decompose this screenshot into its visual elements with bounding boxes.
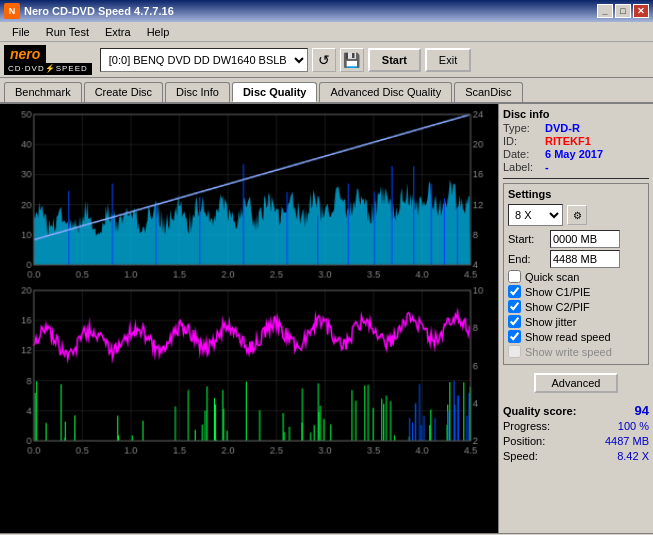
start-field-input[interactable] <box>550 230 620 248</box>
save-icon-button[interactable]: 💾 <box>340 48 364 72</box>
progress-value: 100 % <box>618 420 649 432</box>
c1pie-checkbox-row: Show C1/PIE <box>508 285 644 298</box>
quality-label: Quality score: <box>503 405 576 417</box>
start-field-row: Start: <box>508 230 644 248</box>
progress-panel: Quality score: 94 Progress: 100 % Positi… <box>503 401 649 463</box>
title-bar: N Nero CD-DVD Speed 4.7.7.16 _ □ ✕ <box>0 0 653 22</box>
jitter-checkbox[interactable] <box>508 315 521 328</box>
c2pif-checkbox[interactable] <box>508 300 521 313</box>
label-value: - <box>545 161 549 173</box>
c2pif-checkbox-row: Show C2/PIF <box>508 300 644 313</box>
read-speed-checkbox[interactable] <box>508 330 521 343</box>
id-value: RITEKF1 <box>545 135 591 147</box>
write-speed-label: Show write speed <box>525 346 612 358</box>
menu-file[interactable]: File <box>4 24 38 40</box>
speed-select[interactable]: 8 X <box>508 204 563 226</box>
disc-id-row: ID: RITEKF1 <box>503 135 649 147</box>
speed-row-prog: Speed: 8.42 X <box>503 450 649 462</box>
speed-icon-button[interactable]: ⚙ <box>567 205 587 225</box>
right-panel: Disc info Type: DVD-R ID: RITEKF1 Date: … <box>498 104 653 533</box>
disc-info-panel: Disc info Type: DVD-R ID: RITEKF1 Date: … <box>503 108 649 174</box>
read-speed-checkbox-row: Show read speed <box>508 330 644 343</box>
write-speed-checkbox-row: Show write speed <box>508 345 644 358</box>
label-label: Label: <box>503 161 541 173</box>
read-speed-label: Show read speed <box>525 331 611 343</box>
end-field-row: End: <box>508 250 644 268</box>
speed-value: 8.42 X <box>617 450 649 462</box>
jitter-label: Show jitter <box>525 316 576 328</box>
position-row: Position: 4487 MB <box>503 435 649 447</box>
exit-button[interactable]: Exit <box>425 48 471 72</box>
type-label: Type: <box>503 122 541 134</box>
end-field-label: End: <box>508 253 546 265</box>
id-label: ID: <box>503 135 541 147</box>
quality-row: Quality score: 94 <box>503 403 649 418</box>
refresh-icon-button[interactable]: ↺ <box>312 48 336 72</box>
jitter-checkbox-row: Show jitter <box>508 315 644 328</box>
menu-run-test[interactable]: Run Test <box>38 24 97 40</box>
speed-label: Speed: <box>503 450 538 462</box>
quickscan-label: Quick scan <box>525 271 579 283</box>
c1pie-label: Show C1/PIE <box>525 286 590 298</box>
start-button[interactable]: Start <box>368 48 421 72</box>
tab-disc-quality[interactable]: Disc Quality <box>232 82 318 102</box>
advanced-button[interactable]: Advanced <box>534 373 619 393</box>
start-field-label: Start: <box>508 233 546 245</box>
disc-label-row: Label: - <box>503 161 649 173</box>
tab-disc-info[interactable]: Disc Info <box>165 82 230 102</box>
close-button[interactable]: ✕ <box>633 4 649 18</box>
tab-advanced-disc-quality[interactable]: Advanced Disc Quality <box>319 82 452 102</box>
maximize-button[interactable]: □ <box>615 4 631 18</box>
disc-info-title: Disc info <box>503 108 649 120</box>
speed-row: 8 X ⚙ <box>508 204 644 226</box>
settings-title: Settings <box>508 188 644 200</box>
toolbar: nero CD·DVD⚡SPEED [0:0] BENQ DVD DD DW16… <box>0 42 653 78</box>
drive-select[interactable]: [0:0] BENQ DVD DD DW1640 BSLB <box>100 48 308 72</box>
chart-area <box>0 104 498 533</box>
disc-date-row: Date: 6 May 2017 <box>503 148 649 160</box>
c2pif-label: Show C2/PIF <box>525 301 590 313</box>
app-icon: N <box>4 3 20 19</box>
main-content: Disc info Type: DVD-R ID: RITEKF1 Date: … <box>0 104 653 533</box>
write-speed-checkbox <box>508 345 521 358</box>
position-value: 4487 MB <box>605 435 649 447</box>
quality-value: 94 <box>635 403 649 418</box>
c1pie-checkbox[interactable] <box>508 285 521 298</box>
date-value: 6 May 2017 <box>545 148 603 160</box>
position-label: Position: <box>503 435 545 447</box>
menu-help[interactable]: Help <box>139 24 178 40</box>
end-field-input[interactable] <box>550 250 620 268</box>
type-value: DVD-R <box>545 122 580 134</box>
tab-bar: Benchmark Create Disc Disc Info Disc Qua… <box>0 78 653 104</box>
quickscan-checkbox[interactable] <box>508 270 521 283</box>
minimize-button[interactable]: _ <box>597 4 613 18</box>
disc-type-row: Type: DVD-R <box>503 122 649 134</box>
tab-create-disc[interactable]: Create Disc <box>84 82 163 102</box>
settings-panel: Settings 8 X ⚙ Start: End: Quick scan <box>503 183 649 365</box>
progress-label: Progress: <box>503 420 550 432</box>
tab-benchmark[interactable]: Benchmark <box>4 82 82 102</box>
quickscan-checkbox-row: Quick scan <box>508 270 644 283</box>
menu-extra[interactable]: Extra <box>97 24 139 40</box>
progress-row: Progress: 100 % <box>503 420 649 432</box>
title-text: N Nero CD-DVD Speed 4.7.7.16 <box>4 3 174 19</box>
date-label: Date: <box>503 148 541 160</box>
window-controls: _ □ ✕ <box>597 4 649 18</box>
tab-scandisc[interactable]: ScanDisc <box>454 82 522 102</box>
menu-bar: File Run Test Extra Help <box>0 22 653 42</box>
